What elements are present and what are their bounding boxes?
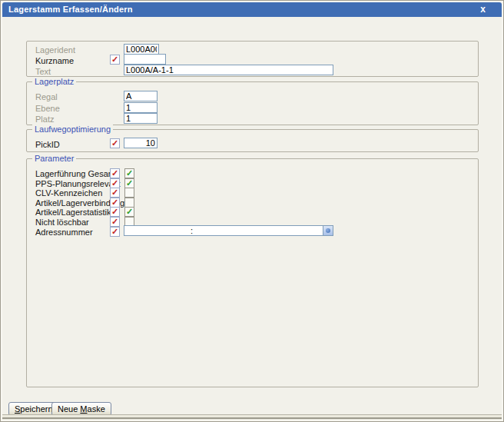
- adressnummer-flag-checkbox[interactable]: ✓: [110, 227, 120, 237]
- ebene-label: Ebene: [35, 104, 60, 114]
- pickid-input[interactable]: [124, 138, 158, 148]
- clv-kennzeichen-label: CLV-Kennzeichen: [35, 188, 102, 198]
- lagerident-input[interactable]: [124, 44, 159, 55]
- lagerplatz-group: Lagerplatz: [26, 81, 479, 125]
- lagerfuehrung-gesamt-checkbox[interactable]: ✓: [124, 168, 134, 178]
- regal-input[interactable]: [124, 91, 158, 101]
- parameter-legend: Parameter: [32, 154, 76, 164]
- close-button[interactable]: x: [480, 4, 486, 15]
- artikel-lagerstatistik-label: Artikel/Lagerstatistik: [35, 208, 111, 218]
- adressnummer-label: Adressnummer: [35, 228, 93, 238]
- kurzname-label: Kurzname: [35, 56, 74, 66]
- kurzname-flag-checkbox[interactable]: ✓: [110, 55, 120, 65]
- artikel-lagerstatistik-flag-checkbox[interactable]: ✓: [110, 207, 120, 217]
- lagerfuehrung-gesamt-label: Lagerführung Gesamt: [35, 169, 118, 179]
- text-input[interactable]: [124, 65, 333, 75]
- nicht-loeschbar-flag-checkbox[interactable]: ✓: [110, 217, 120, 227]
- pickid-flag-checkbox[interactable]: ✓: [110, 138, 120, 148]
- dialog-window: Lagerstamm Erfassen/Ändern x Lagerident …: [0, 0, 504, 422]
- regal-label: Regal: [35, 92, 58, 102]
- nicht-loeschbar-label: Nicht löschbar: [35, 218, 89, 228]
- platz-input[interactable]: [124, 113, 158, 124]
- lagerfuehrung-gesamt-flag-checkbox[interactable]: ✓: [110, 168, 120, 178]
- text-label: Text: [35, 67, 51, 77]
- pickid-label: PickID: [35, 140, 60, 150]
- title-bar[interactable]: Lagerstamm Erfassen/Ändern x: [2, 2, 502, 17]
- artikel-lagerstatistik-checkbox[interactable]: ✓: [124, 207, 134, 217]
- adressnummer-value: :: [191, 226, 193, 235]
- kurzname-input[interactable]: [124, 54, 166, 65]
- window-bottom-frame: [1, 414, 503, 421]
- laufwegoptimierung-legend: Laufwegoptimierung: [32, 125, 113, 135]
- platz-label: Platz: [35, 115, 54, 125]
- laufwegoptimierung-group: Laufwegoptimierung: [26, 129, 479, 152]
- clv-kennzeichen-flag-checkbox[interactable]: ✓: [110, 188, 120, 198]
- lagerident-label: Lagerident: [35, 45, 75, 55]
- dialog-title: Lagerstamm Erfassen/Ändern: [8, 5, 133, 14]
- adressnummer-dropdown-button[interactable]: [323, 226, 333, 235]
- ebene-input[interactable]: [124, 102, 158, 113]
- dropdown-dot-icon: [326, 228, 330, 233]
- lagerplatz-legend: Lagerplatz: [32, 77, 76, 87]
- adressnummer-combobox[interactable]: :: [124, 225, 333, 236]
- clv-kennzeichen-checkbox[interactable]: [124, 188, 134, 198]
